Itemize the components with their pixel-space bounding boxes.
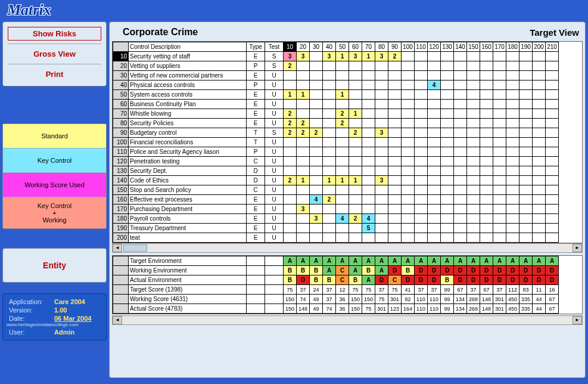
matrix-cell[interactable] <box>323 71 336 80</box>
matrix-cell[interactable] <box>297 157 310 166</box>
row-id[interactable]: 60 <box>113 100 129 109</box>
col-210[interactable]: 210 <box>546 42 559 52</box>
matrix-cell[interactable] <box>519 157 533 166</box>
matrix-cell[interactable] <box>480 128 493 138</box>
matrix-cell[interactable] <box>493 71 506 80</box>
matrix-cell[interactable] <box>323 157 336 166</box>
matrix-cell[interactable] <box>467 233 480 243</box>
matrix-cell[interactable] <box>441 71 454 80</box>
matrix-cell[interactable]: 3 <box>349 52 362 61</box>
row-desc[interactable]: System access controls <box>129 90 247 100</box>
row-id[interactable]: 150 <box>113 185 129 195</box>
matrix-cell[interactable] <box>519 176 533 185</box>
row-id[interactable]: 40 <box>113 80 129 90</box>
row-id[interactable]: 190 <box>113 224 129 233</box>
row-id[interactable]: 10 <box>113 52 129 61</box>
matrix-cell[interactable] <box>310 100 323 109</box>
row-desc[interactable]: Security Dept. <box>129 166 247 176</box>
matrix-cell[interactable] <box>297 80 310 90</box>
matrix-cell[interactable] <box>493 214 506 224</box>
matrix-cell[interactable] <box>441 185 454 195</box>
matrix-cell[interactable] <box>349 205 362 214</box>
matrix-cell[interactable] <box>297 233 310 243</box>
matrix-cell[interactable] <box>336 205 349 214</box>
matrix-cell[interactable] <box>388 71 402 80</box>
matrix-cell[interactable] <box>428 176 441 185</box>
matrix-cell[interactable]: 2 <box>297 119 310 128</box>
matrix-cell[interactable] <box>467 90 480 100</box>
matrix-cell[interactable] <box>388 61 402 71</box>
matrix-cell[interactable] <box>284 233 297 243</box>
matrix-cell[interactable] <box>362 185 375 195</box>
matrix-cell[interactable] <box>493 90 506 100</box>
matrix-cell[interactable] <box>493 119 506 128</box>
matrix-cell[interactable]: 3 <box>297 205 310 214</box>
matrix-cell[interactable] <box>480 61 493 71</box>
matrix-cell[interactable]: 2 <box>336 119 349 128</box>
matrix-cell[interactable] <box>506 147 519 157</box>
matrix-cell[interactable] <box>323 128 336 138</box>
matrix-cell[interactable] <box>402 233 415 243</box>
matrix-cell[interactable] <box>323 80 336 90</box>
matrix-cell[interactable] <box>519 233 533 243</box>
matrix-cell[interactable] <box>480 71 493 80</box>
matrix-cell[interactable] <box>415 214 428 224</box>
matrix-cell[interactable] <box>284 80 297 90</box>
matrix-cell[interactable] <box>454 214 467 224</box>
matrix-cell[interactable] <box>310 185 323 195</box>
matrix-cell[interactable] <box>428 147 441 157</box>
matrix-cell[interactable] <box>402 119 415 128</box>
matrix-cell[interactable] <box>480 176 493 185</box>
col-150[interactable]: 150 <box>467 42 480 52</box>
matrix-cell[interactable] <box>336 233 349 243</box>
matrix-cell[interactable] <box>297 224 310 233</box>
matrix-cell[interactable] <box>284 224 297 233</box>
entity-button[interactable]: Entity <box>2 248 107 283</box>
matrix-cell[interactable]: 1 <box>297 90 310 100</box>
matrix-cell[interactable] <box>519 109 533 119</box>
matrix-cell[interactable] <box>415 138 428 147</box>
matrix-cell[interactable] <box>415 109 428 119</box>
matrix-cell[interactable] <box>533 205 546 214</box>
row-id[interactable]: 90 <box>113 128 129 138</box>
col-110[interactable]: 110 <box>415 42 428 52</box>
row-id[interactable]: 160 <box>113 195 129 205</box>
matrix-cell[interactable] <box>415 147 428 157</box>
matrix-cell[interactable] <box>493 176 506 185</box>
matrix-cell[interactable] <box>428 214 441 224</box>
matrix-cell[interactable] <box>349 80 362 90</box>
row-desc[interactable]: Payroll controls <box>129 214 247 224</box>
matrix-cell[interactable] <box>310 119 323 128</box>
col-10[interactable]: 10 <box>284 42 297 52</box>
matrix-cell[interactable] <box>546 214 559 224</box>
matrix-cell[interactable] <box>349 185 362 195</box>
scroll-thumb[interactable] <box>123 244 147 252</box>
scroll-left-icon[interactable]: ◄ <box>113 316 122 324</box>
matrix-cell[interactable] <box>428 195 441 205</box>
matrix-cell[interactable] <box>336 185 349 195</box>
row-desc[interactable]: Business Continuity Plan <box>129 100 247 109</box>
row-id[interactable]: 200 <box>113 233 129 243</box>
matrix-cell[interactable] <box>310 147 323 157</box>
matrix-cell[interactable] <box>388 90 402 100</box>
matrix-cell[interactable] <box>546 52 559 61</box>
matrix-cell[interactable] <box>375 195 388 205</box>
col-20[interactable]: 20 <box>297 42 310 52</box>
matrix-cell[interactable] <box>506 233 519 243</box>
matrix-cell[interactable] <box>506 90 519 100</box>
matrix-cell[interactable] <box>441 195 454 205</box>
matrix-cell[interactable] <box>323 109 336 119</box>
matrix-cell[interactable] <box>519 205 533 214</box>
matrix-cell[interactable] <box>310 166 323 176</box>
matrix-cell[interactable]: 1 <box>336 90 349 100</box>
matrix-hscroll[interactable]: ◄ ► <box>112 243 583 253</box>
matrix-cell[interactable] <box>323 205 336 214</box>
row-desc[interactable]: Effective exit processes <box>129 195 247 205</box>
matrix-cell[interactable] <box>546 233 559 243</box>
col-test[interactable]: Test <box>265 42 284 52</box>
matrix-cell[interactable] <box>388 176 402 185</box>
matrix-cell[interactable] <box>428 233 441 243</box>
matrix-cell[interactable] <box>349 157 362 166</box>
matrix-cell[interactable] <box>428 90 441 100</box>
matrix-cell[interactable] <box>506 128 519 138</box>
